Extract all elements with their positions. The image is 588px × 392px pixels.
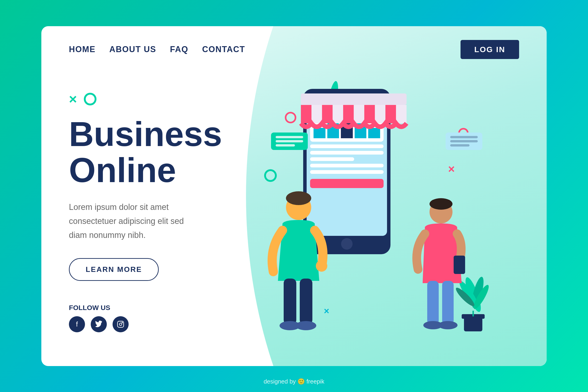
bubble-line <box>276 144 295 146</box>
hero-left: × Business Online Lorem ipsum dolor sit … <box>69 82 257 334</box>
footer-text: designed by 🙂 freepik <box>264 378 324 385</box>
svg-rect-21 <box>284 278 296 324</box>
svg-point-27 <box>430 198 452 210</box>
follow-label: FOLLOW US <box>69 304 257 312</box>
svg-rect-18 <box>396 105 406 123</box>
svg-rect-12 <box>332 105 343 123</box>
main-card: HOME ABOUT US FAQ CONTACT LOG IN × Busin… <box>41 26 547 366</box>
hero-title-line2: Online <box>69 151 176 190</box>
follow-us-section: FOLLOW US f <box>69 304 257 332</box>
svg-point-24 <box>296 321 316 330</box>
decorators: × <box>69 91 257 107</box>
nav-home[interactable]: HOME <box>69 44 96 54</box>
phone-text-5 <box>310 170 384 174</box>
phone-text-1 <box>310 144 384 148</box>
svg-rect-22 <box>300 278 312 324</box>
svg-point-1 <box>120 323 122 326</box>
float-o-2 <box>264 169 277 182</box>
phone-text-2 <box>310 151 384 154</box>
svg-rect-30 <box>442 281 454 324</box>
social-icons-group: f <box>69 316 257 332</box>
footer-credit: designed by 🙂 freepik <box>264 378 324 385</box>
hero-illustration: × × × × <box>257 82 519 334</box>
svg-rect-29 <box>427 281 439 324</box>
nav-faq[interactable]: FAQ <box>170 44 188 54</box>
svg-rect-0 <box>118 321 124 328</box>
float-x-3: × <box>448 162 455 176</box>
deco-x-icon: × <box>69 91 77 107</box>
hero-title: Business Online <box>69 116 257 188</box>
phone-text-4 <box>310 164 384 168</box>
twitter-icon[interactable] <box>91 316 107 332</box>
bubble-line <box>450 136 478 138</box>
navbar: HOME ABOUT US FAQ CONTACT LOG IN <box>41 26 547 68</box>
phone-text-3 <box>310 157 354 161</box>
svg-rect-15 <box>364 105 375 123</box>
svg-rect-28 <box>454 256 465 274</box>
login-button[interactable]: LOG IN <box>460 40 519 59</box>
bubble-line <box>450 140 478 142</box>
main-content: × Business Online Lorem ipsum dolor sit … <box>41 68 547 334</box>
learn-more-button[interactable]: LEARN MORE <box>69 258 159 281</box>
svg-rect-14 <box>354 105 364 123</box>
facebook-icon[interactable]: f <box>69 316 85 332</box>
deco-o-icon <box>84 93 96 106</box>
bubble-line <box>276 140 303 142</box>
svg-rect-17 <box>386 105 396 123</box>
person-left <box>262 184 335 334</box>
svg-rect-10 <box>312 105 322 123</box>
svg-point-32 <box>438 321 458 329</box>
svg-rect-13 <box>343 105 354 123</box>
awning <box>292 86 416 134</box>
chat-bubble-right <box>446 132 482 150</box>
svg-point-2 <box>122 322 123 323</box>
svg-rect-16 <box>375 105 386 123</box>
svg-point-25 <box>316 260 327 272</box>
bubble-line <box>450 144 470 146</box>
nav-about[interactable]: ABOUT US <box>109 44 156 54</box>
svg-rect-8 <box>301 94 406 105</box>
phone-home-button <box>341 238 352 250</box>
svg-rect-9 <box>301 105 312 123</box>
bubble-line <box>276 136 303 138</box>
instagram-icon[interactable] <box>112 316 128 332</box>
svg-rect-11 <box>322 105 332 123</box>
nav-contact[interactable]: CONTACT <box>202 44 245 54</box>
chat-bubble-left <box>271 132 308 150</box>
person-right <box>409 191 473 334</box>
hero-title-line1: Business <box>69 115 222 154</box>
hero-description: Lorem ipsum dolor sit amet consectetuer … <box>69 200 198 242</box>
svg-point-20 <box>286 191 311 205</box>
